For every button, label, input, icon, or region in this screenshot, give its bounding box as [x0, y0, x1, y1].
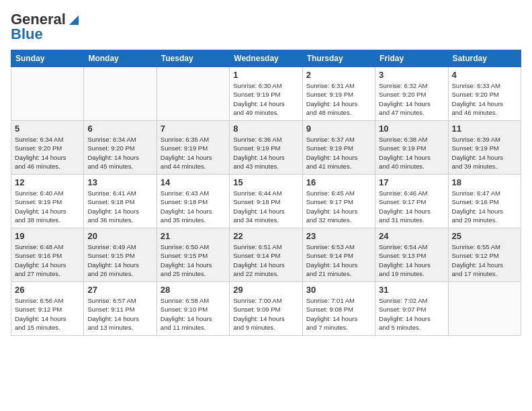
- day-number: 23: [306, 231, 371, 241]
- calendar-cell: [448, 282, 521, 336]
- calendar-cell: 28Sunrise: 6:58 AMSunset: 9:10 PMDayligh…: [157, 282, 229, 336]
- day-of-week-header: Wednesday: [230, 50, 302, 67]
- calendar-cell: 11Sunrise: 6:39 AMSunset: 9:19 PMDayligh…: [448, 121, 521, 175]
- day-info: Sunrise: 6:56 AMSunset: 9:12 PMDaylight:…: [15, 296, 80, 332]
- day-number: 3: [379, 70, 444, 80]
- calendar-cell: 15Sunrise: 6:44 AMSunset: 9:18 PMDayligh…: [230, 175, 302, 228]
- day-info: Sunrise: 6:34 AMSunset: 9:20 PMDaylight:…: [15, 135, 80, 171]
- day-number: 9: [306, 124, 371, 134]
- day-number: 18: [452, 177, 517, 187]
- calendar-cell: 5Sunrise: 6:34 AMSunset: 9:20 PMDaylight…: [11, 121, 84, 175]
- calendar-table: SundayMondayTuesdayWednesdayThursdayFrid…: [11, 50, 521, 336]
- day-number: 1: [233, 70, 298, 80]
- day-info: Sunrise: 6:34 AMSunset: 9:20 PMDaylight:…: [87, 135, 152, 171]
- day-info: Sunrise: 6:57 AMSunset: 9:11 PMDaylight:…: [87, 296, 152, 332]
- day-number: 25: [452, 231, 517, 241]
- calendar-cell: 31Sunrise: 7:02 AMSunset: 9:07 PMDayligh…: [375, 282, 448, 336]
- day-number: 17: [379, 177, 444, 187]
- day-number: 20: [87, 231, 152, 241]
- calendar-week-row: 26Sunrise: 6:56 AMSunset: 9:12 PMDayligh…: [11, 282, 521, 336]
- day-info: Sunrise: 6:33 AMSunset: 9:20 PMDaylight:…: [452, 81, 517, 117]
- calendar-cell: 12Sunrise: 6:40 AMSunset: 9:19 PMDayligh…: [11, 175, 84, 228]
- calendar-cell: 3Sunrise: 6:32 AMSunset: 9:20 PMDaylight…: [375, 67, 448, 121]
- day-info: Sunrise: 6:49 AMSunset: 9:15 PMDaylight:…: [87, 242, 152, 278]
- day-number: 16: [306, 177, 371, 187]
- day-info: Sunrise: 6:37 AMSunset: 9:19 PMDaylight:…: [306, 135, 371, 171]
- day-info: Sunrise: 6:30 AMSunset: 9:19 PMDaylight:…: [233, 81, 298, 117]
- calendar-week-row: 12Sunrise: 6:40 AMSunset: 9:19 PMDayligh…: [11, 175, 521, 228]
- day-number: 2: [306, 70, 371, 80]
- day-info: Sunrise: 6:43 AMSunset: 9:18 PMDaylight:…: [161, 189, 226, 224]
- day-of-week-header: Tuesday: [157, 50, 229, 67]
- calendar-cell: [84, 67, 157, 121]
- calendar-cell: 6Sunrise: 6:34 AMSunset: 9:20 PMDaylight…: [84, 121, 157, 175]
- day-number: 30: [306, 285, 371, 295]
- calendar-cell: 7Sunrise: 6:35 AMSunset: 9:19 PMDaylight…: [157, 121, 229, 175]
- calendar-cell: 2Sunrise: 6:31 AMSunset: 9:19 PMDaylight…: [302, 67, 375, 121]
- calendar-cell: [157, 67, 229, 121]
- calendar-cell: 24Sunrise: 6:54 AMSunset: 9:13 PMDayligh…: [375, 228, 448, 282]
- calendar-cell: 30Sunrise: 7:01 AMSunset: 9:08 PMDayligh…: [302, 282, 375, 336]
- logo-blue-text: Blue: [11, 26, 43, 43]
- calendar-week-row: 19Sunrise: 6:48 AMSunset: 9:16 PMDayligh…: [11, 228, 521, 282]
- day-number: 11: [452, 124, 517, 134]
- day-number: 28: [161, 285, 226, 295]
- day-info: Sunrise: 6:47 AMSunset: 9:16 PMDaylight:…: [452, 189, 517, 224]
- calendar-week-row: 5Sunrise: 6:34 AMSunset: 9:20 PMDaylight…: [11, 121, 521, 175]
- day-number: 7: [161, 124, 226, 134]
- calendar-cell: 10Sunrise: 6:38 AMSunset: 9:19 PMDayligh…: [375, 121, 448, 175]
- day-info: Sunrise: 6:41 AMSunset: 9:18 PMDaylight:…: [87, 189, 152, 224]
- day-number: 21: [161, 231, 226, 241]
- day-number: 15: [233, 177, 298, 187]
- day-of-week-header: Sunday: [11, 50, 84, 67]
- calendar-cell: 19Sunrise: 6:48 AMSunset: 9:16 PMDayligh…: [11, 228, 84, 282]
- day-of-week-header: Friday: [375, 50, 448, 67]
- day-number: 19: [15, 231, 80, 241]
- day-number: 13: [87, 177, 152, 187]
- calendar-cell: 18Sunrise: 6:47 AMSunset: 9:16 PMDayligh…: [448, 175, 521, 228]
- day-number: 4: [452, 70, 517, 80]
- day-info: Sunrise: 7:02 AMSunset: 9:07 PMDaylight:…: [379, 296, 444, 332]
- calendar-cell: 13Sunrise: 6:41 AMSunset: 9:18 PMDayligh…: [84, 175, 157, 228]
- day-info: Sunrise: 6:36 AMSunset: 9:19 PMDaylight:…: [233, 135, 298, 171]
- day-info: Sunrise: 6:58 AMSunset: 9:10 PMDaylight:…: [161, 296, 226, 332]
- day-info: Sunrise: 6:31 AMSunset: 9:19 PMDaylight:…: [306, 81, 371, 117]
- day-info: Sunrise: 6:50 AMSunset: 9:15 PMDaylight:…: [161, 242, 226, 278]
- day-number: 22: [233, 231, 298, 241]
- calendar-cell: 21Sunrise: 6:50 AMSunset: 9:15 PMDayligh…: [157, 228, 229, 282]
- calendar-cell: 20Sunrise: 6:49 AMSunset: 9:15 PMDayligh…: [84, 228, 157, 282]
- calendar-cell: 26Sunrise: 6:56 AMSunset: 9:12 PMDayligh…: [11, 282, 84, 336]
- svg-marker-0: [69, 15, 79, 25]
- day-info: Sunrise: 7:00 AMSunset: 9:09 PMDaylight:…: [233, 296, 298, 332]
- day-info: Sunrise: 6:55 AMSunset: 9:12 PMDaylight:…: [452, 242, 517, 278]
- day-number: 24: [379, 231, 444, 241]
- day-of-week-header: Thursday: [302, 50, 375, 67]
- calendar-cell: 1Sunrise: 6:30 AMSunset: 9:19 PMDaylight…: [230, 67, 302, 121]
- day-info: Sunrise: 6:44 AMSunset: 9:18 PMDaylight:…: [233, 189, 298, 224]
- day-info: Sunrise: 6:38 AMSunset: 9:19 PMDaylight:…: [379, 135, 444, 171]
- day-info: Sunrise: 6:48 AMSunset: 9:16 PMDaylight:…: [15, 242, 80, 278]
- calendar-cell: 4Sunrise: 6:33 AMSunset: 9:20 PMDaylight…: [448, 67, 521, 121]
- day-info: Sunrise: 6:54 AMSunset: 9:13 PMDaylight:…: [379, 242, 444, 278]
- calendar-cell: 27Sunrise: 6:57 AMSunset: 9:11 PMDayligh…: [84, 282, 157, 336]
- calendar-cell: 9Sunrise: 6:37 AMSunset: 9:19 PMDaylight…: [302, 121, 375, 175]
- calendar-cell: 14Sunrise: 6:43 AMSunset: 9:18 PMDayligh…: [157, 175, 229, 228]
- calendar-header-row: SundayMondayTuesdayWednesdayThursdayFrid…: [11, 50, 521, 67]
- logo-icon: [66, 13, 79, 25]
- day-number: 5: [15, 124, 80, 134]
- day-of-week-header: Monday: [84, 50, 157, 67]
- day-number: 6: [87, 124, 152, 134]
- calendar-cell: 22Sunrise: 6:51 AMSunset: 9:14 PMDayligh…: [230, 228, 302, 282]
- day-of-week-header: Saturday: [448, 50, 521, 67]
- day-info: Sunrise: 6:51 AMSunset: 9:14 PMDaylight:…: [233, 242, 298, 278]
- day-number: 26: [15, 285, 80, 295]
- day-info: Sunrise: 6:32 AMSunset: 9:20 PMDaylight:…: [379, 81, 444, 117]
- calendar-cell: [11, 67, 84, 121]
- calendar-cell: 16Sunrise: 6:45 AMSunset: 9:17 PMDayligh…: [302, 175, 375, 228]
- day-info: Sunrise: 6:35 AMSunset: 9:19 PMDaylight:…: [161, 135, 226, 171]
- logo: General Blue: [11, 11, 79, 43]
- calendar-cell: 23Sunrise: 6:53 AMSunset: 9:14 PMDayligh…: [302, 228, 375, 282]
- calendar-cell: 8Sunrise: 6:36 AMSunset: 9:19 PMDaylight…: [230, 121, 302, 175]
- page-header: General Blue: [11, 11, 521, 43]
- day-number: 8: [233, 124, 298, 134]
